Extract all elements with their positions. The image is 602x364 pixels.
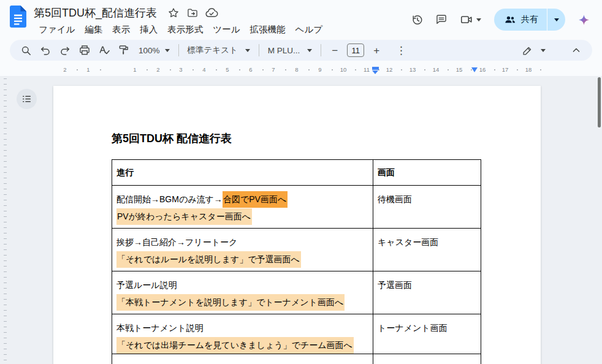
ruler-number: 18 (525, 66, 532, 73)
font-family-value: M PLU... (268, 46, 300, 55)
cell-screen[interactable]: キャスター画面 (373, 229, 481, 271)
document-title[interactable]: 第5回TDU杯_配信進行表 (34, 6, 157, 20)
ruler-tick (216, 69, 217, 70)
undo-button[interactable] (36, 42, 55, 59)
share-button[interactable]: 共有 (494, 9, 547, 31)
pencil-icon (522, 45, 533, 56)
first-line-indent-marker[interactable] (372, 67, 379, 70)
ruler-tick (100, 69, 101, 70)
chevron-down-icon (476, 18, 481, 21)
doc-heading[interactable]: 第5回TDU杯 配信進行表 (112, 131, 232, 146)
search-menus-button[interactable] (16, 42, 36, 59)
meet-video-button[interactable] (454, 7, 487, 32)
table-header-screen[interactable]: 画面 (373, 160, 481, 186)
chevron-down-icon (541, 49, 546, 52)
ruler-tick (540, 69, 541, 70)
ruler-number: 10 (340, 66, 347, 73)
cell-progress[interactable]: 挨拶→自己紹介→フリートーク 「それではルールを説明します」で予選画面へ (112, 229, 373, 271)
docs-logo-icon[interactable] (10, 6, 26, 37)
menu-insert[interactable]: 挿入 (135, 22, 162, 37)
schedule-table: 進行 画面 配信開始→BGMのみ流す→合図でPV画面へ PVが終わったらキャスタ… (112, 159, 481, 364)
gemini-sparkle-button[interactable] (571, 7, 596, 32)
ruler-number: 16 (479, 66, 486, 73)
font-size-input[interactable]: 11 (347, 44, 364, 57)
ruler-number: 8 (295, 66, 298, 73)
cell-text: 待機画面 (378, 194, 412, 204)
highlighted-text: 合図でPV画面へ (223, 191, 288, 208)
toolbar-divider (321, 44, 321, 56)
paint-roller-icon (118, 44, 130, 56)
comments-button[interactable] (429, 7, 454, 32)
cloud-save-status-icon[interactable] (204, 6, 219, 20)
table-row: 挨拶→自己紹介→フリートーク 「それではルールを説明します」で予選画面へ キャス… (112, 229, 481, 271)
ruler-number: 4 (202, 66, 205, 73)
menu-edit[interactable]: 編集 (80, 22, 107, 37)
cell-screen[interactable]: 予選画面 (373, 271, 481, 314)
cell-screen[interactable] (373, 354, 481, 364)
share-dropdown-button[interactable] (547, 9, 565, 31)
redo-icon (59, 44, 71, 56)
show-outline-button[interactable] (17, 89, 37, 109)
paragraph-style-value: 標準テキスト (188, 45, 238, 56)
zoom-select[interactable]: 100% (134, 42, 175, 59)
paint-format-button[interactable] (114, 42, 134, 59)
ruler-tick (262, 69, 264, 70)
menu-help[interactable]: ヘルプ (291, 22, 328, 37)
chevron-down-icon (245, 49, 250, 52)
menu-tools[interactable]: ツール (208, 22, 245, 37)
share-button-label: 共有 (521, 14, 538, 25)
cell-progress[interactable]: 配信開始→BGMのみ流す→合図でPV画面へ PVが終わったらキャスター画面へ (112, 186, 373, 229)
vertical-scrollbar[interactable] (598, 77, 601, 127)
table-header-row: 進行 画面 (112, 160, 481, 186)
ruler-number: 7 (272, 66, 275, 73)
toolbar-row: 100% 標準テキスト M PLU... − 11 + ⋮ (0, 39, 602, 64)
sparkle-icon (576, 12, 592, 28)
highlighted-text: PVが終わったらキャスター画面へ (116, 208, 252, 225)
ruler-tick (239, 69, 240, 70)
highlighted-text: 「それでは出場チームを見ていきましょう」でチーム画面へ (116, 337, 354, 354)
header-left: 第5回TDU杯_配信進行表 ファイル 編集 表示 挿入 表示形式 ツール 拡張機… (10, 5, 327, 37)
cell-progress[interactable] (112, 354, 373, 364)
header-cell-text: 画面 (378, 167, 395, 178)
cell-progress[interactable]: 予選ルール説明 「本戦トーナメントを説明します」でトーナメント画面へ (112, 271, 373, 314)
print-button[interactable] (75, 42, 94, 59)
toolbar-divider (178, 44, 179, 56)
font-family-select[interactable]: M PLU... (263, 42, 318, 59)
app-header: 第5回TDU杯_配信進行表 ファイル 編集 表示 挿入 表示形式 ツール 拡張機… (0, 0, 602, 39)
menu-file[interactable]: ファイル (34, 22, 80, 37)
table-row: 配信開始→BGMのみ流す→合図でPV画面へ PVが終わったらキャスター画面へ 待… (112, 186, 481, 229)
left-indent-marker[interactable] (372, 70, 378, 74)
document-canvas: 第5回TDU杯 配信進行表 進行 画面 配信開始→BGMのみ流す→合図でPV画面… (0, 76, 602, 364)
menu-format[interactable]: 表示形式 (162, 22, 208, 37)
ruler-number: 2 (63, 66, 66, 73)
hide-menus-button[interactable] (566, 42, 586, 59)
move-folder-icon[interactable] (185, 6, 200, 20)
document-page[interactable]: 第5回TDU杯 配信進行表 進行 画面 配信開始→BGMのみ流す→合図でPV画面… (53, 86, 541, 364)
cell-progress[interactable]: 本戦トーナメント説明 「それでは出場チームを見ていきましょう」でチーム画面へ (112, 314, 373, 354)
table-header-progress[interactable]: 進行 (112, 160, 373, 186)
decrease-font-size-button[interactable]: − (325, 42, 345, 59)
paragraph-style-select[interactable]: 標準テキスト (183, 42, 255, 59)
spellcheck-button[interactable] (94, 42, 114, 59)
cell-text: 予選画面 (378, 280, 412, 290)
table-row: 本戦トーナメント説明 「それでは出場チームを見ていきましょう」でチーム画面へ ト… (112, 314, 481, 354)
ruler-tick (332, 69, 333, 70)
cell-screen[interactable]: 待機画面 (373, 186, 481, 229)
table-row: 予選ルール説明 「本戦トーナメントを説明します」でトーナメント画面へ 予選画面 (112, 271, 481, 314)
ruler-number: 5 (226, 66, 229, 73)
ruler-tick (192, 69, 194, 70)
cell-screen[interactable]: トーナメント画面 (373, 314, 481, 354)
undo-icon (39, 44, 51, 56)
editing-mode-select[interactable] (517, 42, 551, 59)
menu-extensions[interactable]: 拡張機能 (245, 22, 291, 37)
ruler-number: 17 (502, 66, 509, 73)
menu-view[interactable]: 表示 (107, 22, 135, 37)
star-icon[interactable] (166, 6, 181, 20)
increase-font-size-button[interactable]: + (367, 42, 386, 59)
redo-button[interactable] (55, 42, 75, 59)
ruler-number: 11 (364, 66, 370, 73)
right-indent-marker[interactable] (471, 67, 478, 72)
more-toolbar-options-button[interactable]: ⋮ (391, 42, 411, 59)
version-history-button[interactable] (405, 7, 429, 32)
horizontal-ruler[interactable]: 21123456789101112131415161718 (0, 64, 602, 76)
